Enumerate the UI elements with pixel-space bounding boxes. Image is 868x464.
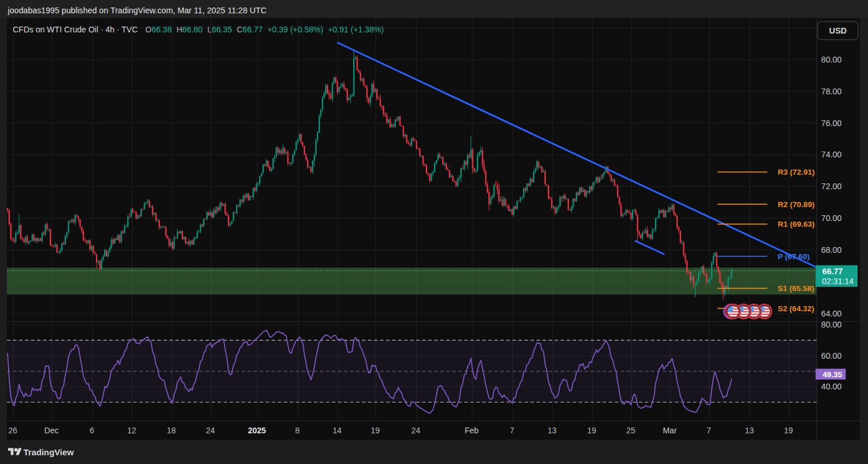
svg-text:13: 13 [745,426,754,435]
svg-text:78.00: 78.00 [821,87,842,96]
svg-text:24: 24 [411,426,421,435]
svg-text:19: 19 [587,426,597,435]
svg-text:18: 18 [167,426,176,435]
svg-text:6: 6 [90,426,94,435]
svg-text:76.00: 76.00 [821,119,842,128]
svg-text:74.00: 74.00 [821,150,842,159]
svg-text:TradingView: TradingView [24,448,74,457]
svg-text:40.00: 40.00 [821,382,842,391]
svg-text:80.00: 80.00 [821,320,842,329]
svg-text:80.00: 80.00 [821,55,842,64]
svg-text:02:31:14: 02:31:14 [822,277,854,286]
svg-text:19: 19 [784,426,793,435]
svg-text:7: 7 [510,426,514,435]
svg-text:66.77: 66.77 [822,267,843,276]
svg-text:13: 13 [547,426,557,435]
svg-text:64.00: 64.00 [821,309,842,318]
svg-text:19: 19 [371,426,380,435]
svg-text:49.35: 49.35 [823,370,843,379]
svg-text:26: 26 [8,426,17,435]
svg-text:Mar: Mar [663,426,676,435]
svg-text:8: 8 [295,426,300,435]
svg-text:S1 (65.58): S1 (65.58) [778,284,814,293]
svg-text:S2 (64.32): S2 (64.32) [778,304,814,313]
svg-text:USD: USD [829,26,847,35]
svg-text:CFDs on WTI Crude Oil · 4h · T: CFDs on WTI Crude Oil · 4h · TVCO66.38H6… [13,25,384,34]
svg-text:P (67.60): P (67.60) [778,252,810,261]
svg-text:R2 (70.89): R2 (70.89) [778,200,815,209]
svg-text:24: 24 [206,426,215,435]
svg-text:2025: 2025 [248,426,266,435]
svg-text:68.00: 68.00 [821,245,842,255]
svg-text:joodabas1995 published on Trad: joodabas1995 published on TradingView.co… [8,6,267,15]
svg-text:7: 7 [707,426,711,435]
svg-text:12: 12 [127,426,137,435]
svg-text:72.00: 72.00 [821,182,842,191]
svg-text:60.00: 60.00 [821,351,842,360]
svg-text:R3 (72.91): R3 (72.91) [778,168,815,176]
svg-text:25: 25 [626,426,635,435]
svg-text:R1 (69.63): R1 (69.63) [778,220,815,229]
svg-text:70.00: 70.00 [821,213,842,223]
svg-text:Dec: Dec [45,426,59,435]
svg-text:14: 14 [333,426,342,435]
svg-text:Feb: Feb [465,426,479,435]
